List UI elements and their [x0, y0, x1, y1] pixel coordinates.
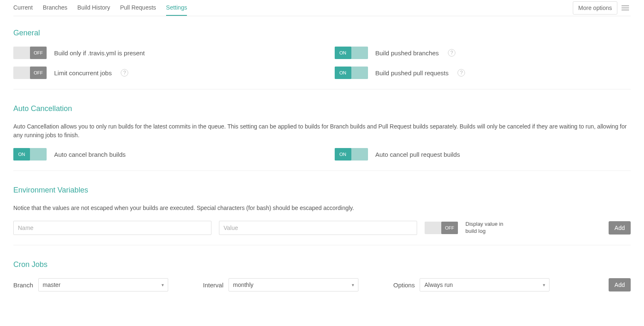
page-header: Current Branches Build History Pull Requ… — [13, 0, 631, 16]
env-description: Notice that the values are not escaped w… — [13, 204, 631, 212]
setting-build-only-travis-yml: OFF Build only if .travis.yml is present — [13, 47, 310, 59]
tab-settings[interactable]: Settings — [166, 0, 187, 16]
toggle-auto-cancel-pr[interactable]: ON — [335, 148, 368, 161]
help-icon[interactable]: ? — [458, 69, 465, 77]
toggle-handle-off: OFF — [30, 67, 47, 79]
auto-cancellation-title: Auto Cancellation — [13, 104, 631, 113]
env-input-row: OFF Display value in build log Add — [13, 221, 631, 235]
toggle-auto-cancel-branch[interactable]: ON — [13, 148, 47, 161]
tabs: Current Branches Build History Pull Requ… — [13, 0, 573, 16]
toggle-display-value[interactable]: OFF — [425, 222, 458, 234]
toggle-handle-off: OFF — [441, 222, 458, 234]
menu-icon[interactable] — [620, 3, 631, 13]
more-options-group: More options — [573, 1, 631, 15]
cron-options-label: Options — [393, 282, 415, 289]
toggle-handle-on: ON — [335, 67, 351, 79]
label-build-pushed-prs: Build pushed pull requests — [375, 69, 449, 77]
help-icon[interactable]: ? — [121, 69, 128, 77]
setting-auto-cancel-pr: ON Auto cancel pull request builds — [335, 148, 631, 161]
tab-branches[interactable]: Branches — [43, 0, 67, 16]
env-value-input[interactable] — [219, 221, 417, 235]
section-cron-jobs: Cron Jobs Branch master Interval monthly… — [13, 260, 631, 291]
toggle-build-only-travis-yml[interactable]: OFF — [13, 47, 47, 59]
env-add-button[interactable]: Add — [609, 221, 631, 235]
label-auto-cancel-branch: Auto cancel branch builds — [54, 151, 126, 158]
label-auto-cancel-pr: Auto cancel pull request builds — [375, 151, 460, 158]
label-build-only-travis-yml: Build only if .travis.yml is present — [54, 49, 145, 57]
section-auto-cancellation: Auto Cancellation Auto Cancellation allo… — [13, 104, 631, 161]
tab-pull-requests[interactable]: Pull Requests — [120, 0, 156, 16]
section-general: General OFF Build only if .travis.yml is… — [13, 29, 631, 79]
toggle-handle-off: OFF — [30, 47, 47, 59]
section-environment-variables: Environment Variables Notice that the va… — [13, 186, 631, 235]
env-title: Environment Variables — [13, 186, 631, 195]
cron-branch-label: Branch — [13, 282, 33, 289]
setting-build-pushed-prs: ON Build pushed pull requests ? — [335, 67, 631, 79]
tab-current[interactable]: Current — [13, 0, 33, 16]
toggle-limit-concurrent-jobs[interactable]: OFF — [13, 67, 47, 79]
cron-interval-select[interactable]: monthly — [229, 278, 358, 291]
cron-title: Cron Jobs — [13, 260, 631, 269]
toggle-handle-on: ON — [335, 47, 351, 59]
setting-limit-concurrent-jobs: OFF Limit concurrent jobs ? — [13, 67, 310, 79]
tab-build-history[interactable]: Build History — [77, 0, 110, 16]
label-limit-concurrent-jobs: Limit concurrent jobs — [54, 69, 112, 77]
general-title: General — [13, 29, 631, 37]
setting-auto-cancel-branch: ON Auto cancel branch builds — [13, 148, 310, 161]
env-name-input[interactable] — [13, 221, 211, 235]
help-icon[interactable]: ? — [448, 49, 455, 57]
cron-options-select[interactable]: Always run — [420, 278, 550, 291]
cron-add-button[interactable]: Add — [609, 278, 631, 291]
label-display-value: Display value in build log — [465, 221, 507, 235]
label-build-pushed-branches: Build pushed branches — [375, 49, 439, 57]
cron-input-row: Branch master Interval monthly Options A… — [13, 278, 631, 291]
toggle-build-pushed-prs[interactable]: ON — [335, 67, 368, 79]
toggle-handle-on: ON — [13, 148, 30, 161]
more-options-button[interactable]: More options — [573, 1, 617, 15]
cron-interval-label: Interval — [203, 282, 224, 289]
cron-branch-select[interactable]: master — [38, 278, 168, 291]
auto-cancellation-description: Auto Cancellation allows you to only run… — [13, 122, 631, 140]
setting-build-pushed-branches: ON Build pushed branches ? — [335, 47, 631, 59]
toggle-handle-on: ON — [335, 148, 351, 161]
toggle-build-pushed-branches[interactable]: ON — [335, 47, 368, 59]
